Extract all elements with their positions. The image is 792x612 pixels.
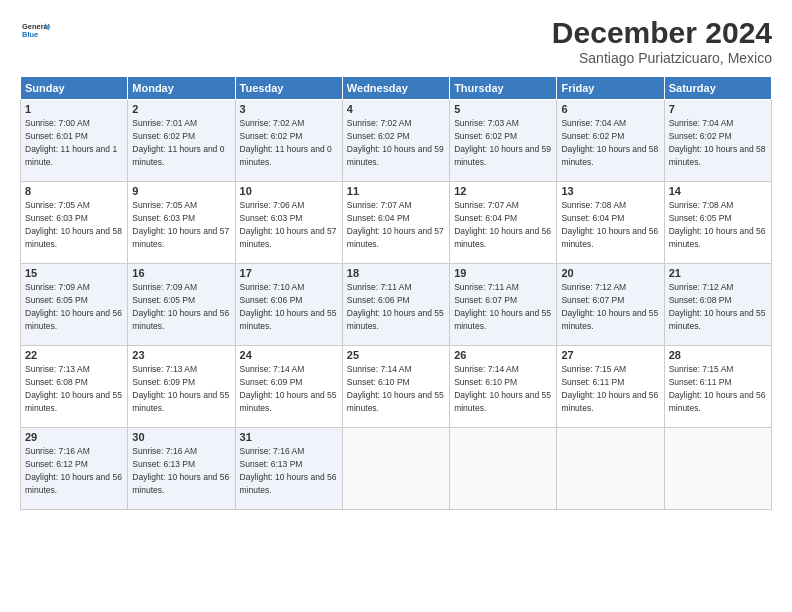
header-monday: Monday: [128, 77, 235, 100]
table-row: 16 Sunrise: 7:09 AMSunset: 6:05 PMDaylig…: [128, 264, 235, 346]
calendar-week-row: 8 Sunrise: 7:05 AMSunset: 6:03 PMDayligh…: [21, 182, 772, 264]
day-detail: Sunrise: 7:07 AMSunset: 6:04 PMDaylight:…: [347, 200, 444, 249]
day-detail: Sunrise: 7:14 AMSunset: 6:10 PMDaylight:…: [454, 364, 551, 413]
day-detail: Sunrise: 7:07 AMSunset: 6:04 PMDaylight:…: [454, 200, 551, 249]
day-number: 30: [132, 431, 230, 443]
header-sunday: Sunday: [21, 77, 128, 100]
day-detail: Sunrise: 7:02 AMSunset: 6:02 PMDaylight:…: [347, 118, 444, 167]
table-row: 6 Sunrise: 7:04 AMSunset: 6:02 PMDayligh…: [557, 100, 664, 182]
day-number: 28: [669, 349, 767, 361]
logo-icon: General Blue: [22, 16, 50, 44]
day-detail: Sunrise: 7:08 AMSunset: 6:04 PMDaylight:…: [561, 200, 658, 249]
table-row: 20 Sunrise: 7:12 AMSunset: 6:07 PMDaylig…: [557, 264, 664, 346]
day-detail: Sunrise: 7:01 AMSunset: 6:02 PMDaylight:…: [132, 118, 224, 167]
table-row: 10 Sunrise: 7:06 AMSunset: 6:03 PMDaylig…: [235, 182, 342, 264]
table-row: 14 Sunrise: 7:08 AMSunset: 6:05 PMDaylig…: [664, 182, 771, 264]
day-detail: Sunrise: 7:03 AMSunset: 6:02 PMDaylight:…: [454, 118, 551, 167]
table-row: 22 Sunrise: 7:13 AMSunset: 6:08 PMDaylig…: [21, 346, 128, 428]
day-detail: Sunrise: 7:15 AMSunset: 6:11 PMDaylight:…: [669, 364, 766, 413]
day-detail: Sunrise: 7:11 AMSunset: 6:06 PMDaylight:…: [347, 282, 444, 331]
table-row: 2 Sunrise: 7:01 AMSunset: 6:02 PMDayligh…: [128, 100, 235, 182]
header-tuesday: Tuesday: [235, 77, 342, 100]
table-row: 27 Sunrise: 7:15 AMSunset: 6:11 PMDaylig…: [557, 346, 664, 428]
day-number: 8: [25, 185, 123, 197]
day-detail: Sunrise: 7:12 AMSunset: 6:07 PMDaylight:…: [561, 282, 658, 331]
day-number: 23: [132, 349, 230, 361]
logo: General Blue: [20, 16, 50, 48]
table-row: 1 Sunrise: 7:00 AMSunset: 6:01 PMDayligh…: [21, 100, 128, 182]
table-row: 5 Sunrise: 7:03 AMSunset: 6:02 PMDayligh…: [450, 100, 557, 182]
day-number: 20: [561, 267, 659, 279]
table-row: 19 Sunrise: 7:11 AMSunset: 6:07 PMDaylig…: [450, 264, 557, 346]
location-title: Santiago Puriatzicuaro, Mexico: [552, 50, 772, 66]
table-row: 24 Sunrise: 7:14 AMSunset: 6:09 PMDaylig…: [235, 346, 342, 428]
table-row: 11 Sunrise: 7:07 AMSunset: 6:04 PMDaylig…: [342, 182, 449, 264]
day-detail: Sunrise: 7:14 AMSunset: 6:09 PMDaylight:…: [240, 364, 337, 413]
table-row: 25 Sunrise: 7:14 AMSunset: 6:10 PMDaylig…: [342, 346, 449, 428]
table-row: 4 Sunrise: 7:02 AMSunset: 6:02 PMDayligh…: [342, 100, 449, 182]
table-row: 12 Sunrise: 7:07 AMSunset: 6:04 PMDaylig…: [450, 182, 557, 264]
day-detail: Sunrise: 7:15 AMSunset: 6:11 PMDaylight:…: [561, 364, 658, 413]
table-row: 13 Sunrise: 7:08 AMSunset: 6:04 PMDaylig…: [557, 182, 664, 264]
day-number: 26: [454, 349, 552, 361]
table-row: 18 Sunrise: 7:11 AMSunset: 6:06 PMDaylig…: [342, 264, 449, 346]
calendar-week-row: 1 Sunrise: 7:00 AMSunset: 6:01 PMDayligh…: [21, 100, 772, 182]
svg-text:Blue: Blue: [22, 30, 38, 39]
table-row: [557, 428, 664, 510]
day-number: 3: [240, 103, 338, 115]
day-detail: Sunrise: 7:16 AMSunset: 6:13 PMDaylight:…: [132, 446, 229, 495]
day-number: 16: [132, 267, 230, 279]
title-block: December 2024 Santiago Puriatzicuaro, Me…: [552, 16, 772, 66]
day-number: 10: [240, 185, 338, 197]
table-row: [664, 428, 771, 510]
day-detail: Sunrise: 7:13 AMSunset: 6:08 PMDaylight:…: [25, 364, 122, 413]
day-number: 5: [454, 103, 552, 115]
day-detail: Sunrise: 7:05 AMSunset: 6:03 PMDaylight:…: [132, 200, 229, 249]
day-detail: Sunrise: 7:09 AMSunset: 6:05 PMDaylight:…: [132, 282, 229, 331]
day-detail: Sunrise: 7:09 AMSunset: 6:05 PMDaylight:…: [25, 282, 122, 331]
day-detail: Sunrise: 7:12 AMSunset: 6:08 PMDaylight:…: [669, 282, 766, 331]
day-number: 18: [347, 267, 445, 279]
calendar-page: General Blue December 2024 Santiago Puri…: [0, 0, 792, 612]
day-number: 9: [132, 185, 230, 197]
table-row: 7 Sunrise: 7:04 AMSunset: 6:02 PMDayligh…: [664, 100, 771, 182]
day-detail: Sunrise: 7:02 AMSunset: 6:02 PMDaylight:…: [240, 118, 332, 167]
header-wednesday: Wednesday: [342, 77, 449, 100]
header-saturday: Saturday: [664, 77, 771, 100]
calendar-table: Sunday Monday Tuesday Wednesday Thursday…: [20, 76, 772, 510]
table-row: 31 Sunrise: 7:16 AMSunset: 6:13 PMDaylig…: [235, 428, 342, 510]
day-number: 31: [240, 431, 338, 443]
weekday-header-row: Sunday Monday Tuesday Wednesday Thursday…: [21, 77, 772, 100]
header-thursday: Thursday: [450, 77, 557, 100]
table-row: 17 Sunrise: 7:10 AMSunset: 6:06 PMDaylig…: [235, 264, 342, 346]
day-number: 1: [25, 103, 123, 115]
day-number: 29: [25, 431, 123, 443]
day-detail: Sunrise: 7:00 AMSunset: 6:01 PMDaylight:…: [25, 118, 117, 167]
table-row: 23 Sunrise: 7:13 AMSunset: 6:09 PMDaylig…: [128, 346, 235, 428]
day-number: 14: [669, 185, 767, 197]
table-row: 3 Sunrise: 7:02 AMSunset: 6:02 PMDayligh…: [235, 100, 342, 182]
page-header: General Blue December 2024 Santiago Puri…: [20, 16, 772, 66]
day-detail: Sunrise: 7:04 AMSunset: 6:02 PMDaylight:…: [669, 118, 766, 167]
table-row: 30 Sunrise: 7:16 AMSunset: 6:13 PMDaylig…: [128, 428, 235, 510]
day-number: 15: [25, 267, 123, 279]
day-number: 7: [669, 103, 767, 115]
day-number: 4: [347, 103, 445, 115]
calendar-week-row: 29 Sunrise: 7:16 AMSunset: 6:12 PMDaylig…: [21, 428, 772, 510]
table-row: 21 Sunrise: 7:12 AMSunset: 6:08 PMDaylig…: [664, 264, 771, 346]
day-detail: Sunrise: 7:14 AMSunset: 6:10 PMDaylight:…: [347, 364, 444, 413]
table-row: 29 Sunrise: 7:16 AMSunset: 6:12 PMDaylig…: [21, 428, 128, 510]
day-detail: Sunrise: 7:10 AMSunset: 6:06 PMDaylight:…: [240, 282, 337, 331]
day-detail: Sunrise: 7:05 AMSunset: 6:03 PMDaylight:…: [25, 200, 122, 249]
day-number: 19: [454, 267, 552, 279]
calendar-week-row: 22 Sunrise: 7:13 AMSunset: 6:08 PMDaylig…: [21, 346, 772, 428]
day-detail: Sunrise: 7:04 AMSunset: 6:02 PMDaylight:…: [561, 118, 658, 167]
table-row: 26 Sunrise: 7:14 AMSunset: 6:10 PMDaylig…: [450, 346, 557, 428]
day-number: 24: [240, 349, 338, 361]
header-friday: Friday: [557, 77, 664, 100]
day-detail: Sunrise: 7:08 AMSunset: 6:05 PMDaylight:…: [669, 200, 766, 249]
day-number: 11: [347, 185, 445, 197]
day-number: 12: [454, 185, 552, 197]
day-number: 13: [561, 185, 659, 197]
table-row: [450, 428, 557, 510]
